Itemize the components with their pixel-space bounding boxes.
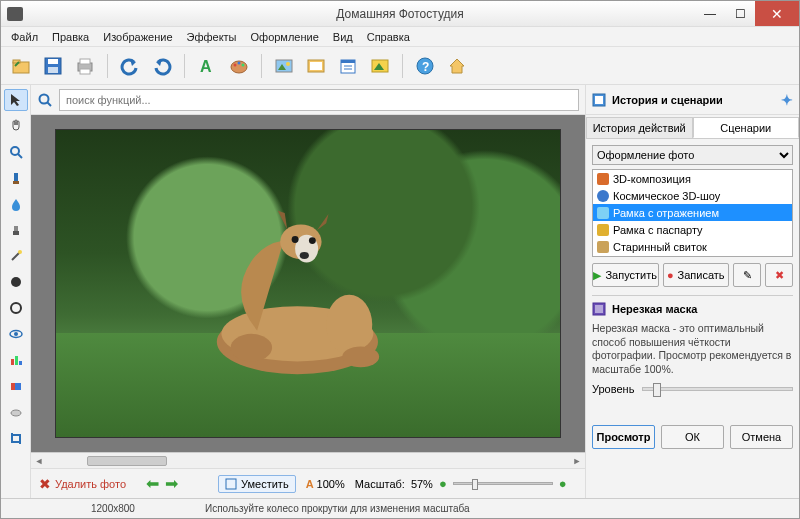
svg-rect-42 xyxy=(15,383,21,390)
svg-point-52 xyxy=(299,252,308,259)
scenario-category[interactable]: Оформление фото xyxy=(592,145,793,165)
svg-text:A: A xyxy=(200,58,212,75)
h-scrollbar[interactable]: ◄ ► xyxy=(31,452,585,468)
svg-rect-56 xyxy=(226,479,236,489)
redo-button[interactable] xyxy=(148,52,176,80)
titlebar: Домашняя Фотостудия — ☐ ✕ xyxy=(1,1,799,27)
maximize-button[interactable]: ☐ xyxy=(725,1,755,26)
zoom-tool[interactable] xyxy=(4,141,28,163)
app-title: Домашняя Фотостудия xyxy=(336,7,463,21)
svg-point-53 xyxy=(326,294,372,354)
svg-point-37 xyxy=(14,332,18,336)
level-label: Уровень xyxy=(592,383,634,395)
canvas-viewport[interactable] xyxy=(31,115,585,452)
list-item[interactable]: Старинный свиток xyxy=(593,238,792,255)
svg-point-12 xyxy=(242,63,245,66)
image-button-2[interactable] xyxy=(302,52,330,80)
search-row xyxy=(31,85,585,115)
list-item[interactable]: Космическое 3D-шоу xyxy=(593,187,792,204)
tab-scenarios[interactable]: Сценарии xyxy=(693,117,800,138)
list-item[interactable]: 3D-композиция xyxy=(593,170,792,187)
menu-decor[interactable]: Оформление xyxy=(245,29,325,45)
print-button[interactable] xyxy=(71,52,99,80)
eraser-tool[interactable] xyxy=(4,401,28,423)
record-button[interactable]: ●Записать xyxy=(663,263,730,287)
svg-point-34 xyxy=(11,277,21,287)
scenario-list[interactable]: 3D-композиция Космическое 3D-шоу Рамка с… xyxy=(592,169,793,257)
menubar: Файл Правка Изображение Эффекты Оформлен… xyxy=(1,27,799,47)
menu-edit[interactable]: Правка xyxy=(46,29,95,45)
run-button[interactable]: ▶Запустить xyxy=(592,263,659,287)
save-button[interactable] xyxy=(39,52,67,80)
drop-tool[interactable] xyxy=(4,193,28,215)
bottom-bar: ✖ Удалить фото ⬅ ➡ Уместить A 100% Масшт… xyxy=(31,468,585,498)
brush-tool[interactable] xyxy=(4,167,28,189)
zoom-slider[interactable] xyxy=(453,482,553,485)
status-dimensions: 1200x800 xyxy=(91,503,135,514)
search-input[interactable] xyxy=(59,89,579,111)
svg-rect-58 xyxy=(595,96,603,104)
gradient-tool[interactable] xyxy=(4,375,28,397)
left-toolbox xyxy=(1,85,31,498)
svg-rect-29 xyxy=(14,173,18,181)
palette-button[interactable] xyxy=(225,52,253,80)
preview-button[interactable]: Просмотр xyxy=(592,425,655,449)
svg-marker-26 xyxy=(450,59,464,73)
home-button[interactable] xyxy=(443,52,471,80)
level-slider[interactable] xyxy=(642,387,793,391)
wand-icon: ✎ xyxy=(743,269,752,282)
svg-rect-39 xyxy=(15,356,18,365)
ok-button[interactable]: ОК xyxy=(661,425,724,449)
menu-image[interactable]: Изображение xyxy=(97,29,178,45)
history-icon xyxy=(592,93,606,107)
open-button[interactable] xyxy=(7,52,35,80)
zoom-reset[interactable]: A 100% xyxy=(306,478,345,490)
undo-button[interactable] xyxy=(116,52,144,80)
svg-point-35 xyxy=(11,303,21,313)
image-button-1[interactable] xyxy=(270,52,298,80)
darken-tool[interactable] xyxy=(4,271,28,293)
minimize-button[interactable]: — xyxy=(695,1,725,26)
menu-help[interactable]: Справка xyxy=(361,29,416,45)
svg-rect-60 xyxy=(595,305,603,313)
delete-photo-button[interactable]: ✖ Удалить фото xyxy=(39,476,126,492)
svg-point-33 xyxy=(18,250,22,254)
svg-point-50 xyxy=(291,236,298,243)
calendar-button[interactable] xyxy=(334,52,362,80)
settings-button[interactable]: ✎ xyxy=(733,263,761,287)
main-area: ◄ ► ✖ Удалить фото ⬅ ➡ Уместить A xyxy=(1,85,799,498)
menu-file[interactable]: Файл xyxy=(5,29,44,45)
delete-scenario-button[interactable]: ✖ xyxy=(765,263,793,287)
close-button[interactable]: ✕ xyxy=(755,1,799,26)
fit-button[interactable]: Уместить xyxy=(218,475,296,493)
app-window: Домашняя Фотостудия — ☐ ✕ Файл Правка Из… xyxy=(0,0,800,519)
menu-view[interactable]: Вид xyxy=(327,29,359,45)
image-canvas[interactable] xyxy=(55,129,561,438)
list-item[interactable]: Рамка с паспарту xyxy=(593,221,792,238)
menu-effects[interactable]: Эффекты xyxy=(181,29,243,45)
image-button-3[interactable] xyxy=(366,52,394,80)
text-tool-button[interactable]: A xyxy=(193,52,221,80)
cancel-button[interactable]: Отмена xyxy=(730,425,793,449)
help-button[interactable]: ? xyxy=(411,52,439,80)
pointer-tool[interactable] xyxy=(4,89,28,111)
add-scenario-button[interactable]: ✦ xyxy=(781,92,793,108)
lighten-tool[interactable] xyxy=(4,297,28,319)
list-item-selected[interactable]: Рамка с отражением xyxy=(593,204,792,221)
prev-button[interactable]: ⬅ xyxy=(146,474,159,493)
hand-tool[interactable] xyxy=(4,115,28,137)
tab-history[interactable]: История действий xyxy=(586,117,693,138)
svg-line-28 xyxy=(18,154,22,158)
eye-tool[interactable] xyxy=(4,323,28,345)
zoom-in-button[interactable]: ● xyxy=(559,476,567,491)
levels-tool[interactable] xyxy=(4,349,28,371)
svg-point-27 xyxy=(11,147,19,155)
wand-tool[interactable] xyxy=(4,245,28,267)
next-button[interactable]: ➡ xyxy=(165,474,178,493)
stamp-tool[interactable] xyxy=(4,219,28,241)
mask-description: Нерезкая маска - это оптимальный способ … xyxy=(592,322,793,377)
zoom-out-button[interactable]: ● xyxy=(439,476,447,491)
unsharp-mask-section: Нерезкая маска Нерезкая маска - это опти… xyxy=(592,295,793,449)
main-toolbar: A ? xyxy=(1,47,799,85)
crop-tool[interactable] xyxy=(4,427,28,449)
